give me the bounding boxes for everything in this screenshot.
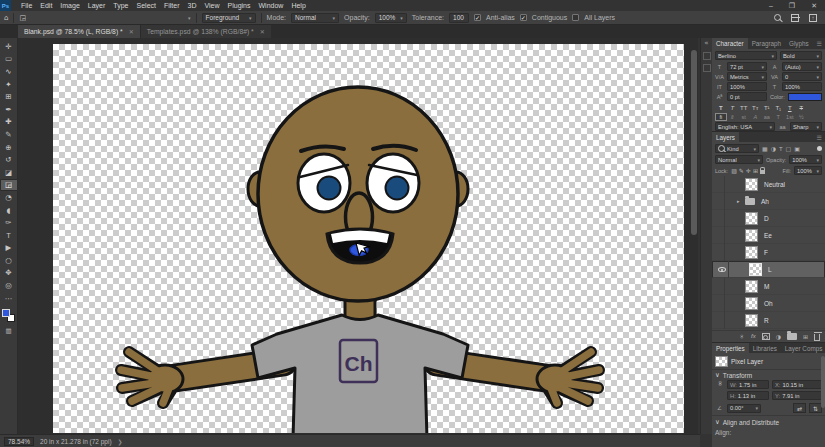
layer-effects-icon[interactable]: fx	[751, 333, 756, 339]
collapse-panels-icon[interactable]: «	[701, 38, 712, 48]
minimize-button[interactable]: –	[769, 2, 773, 10]
tracking-select[interactable]: 0 ▾	[782, 72, 822, 81]
link-dimensions-icon[interactable]: ∞	[716, 380, 724, 389]
kerning-select[interactable]: Metrics ▾	[727, 72, 767, 81]
ordinals-button[interactable]: 1st	[784, 113, 796, 121]
visibility-toggle[interactable]	[712, 278, 725, 295]
delete-layer-icon[interactable]	[814, 334, 820, 341]
menu-file[interactable]: File	[21, 2, 32, 9]
x-position-input[interactable]: X: 10.15 in	[772, 380, 822, 389]
search-icon[interactable]	[774, 14, 781, 21]
layer-row-ah[interactable]: ▸ Ah	[712, 193, 825, 210]
menu-layer[interactable]: Layer	[88, 2, 106, 9]
expand-caret-icon[interactable]: ▸	[737, 198, 745, 204]
magic-wand-tool[interactable]: ✦	[0, 78, 18, 91]
tab-character[interactable]: Character	[712, 38, 748, 49]
pen-tool[interactable]: ✑	[0, 216, 18, 229]
lock-artboard-icon[interactable]: ⊞	[753, 167, 758, 174]
paint-bucket-tool[interactable]: ◲	[0, 179, 18, 192]
tab-templates-psd[interactable]: Templates.psd @ 138% (RGB/8#) * ✕	[140, 25, 271, 38]
visibility-toggle[interactable]	[712, 295, 725, 312]
path-selection-tool[interactable]: ▶	[0, 242, 18, 255]
leading-select[interactable]: (Auto) ▾	[782, 62, 822, 71]
font-size-select[interactable]: 72 pt ▾	[727, 62, 767, 71]
tab-libraries[interactable]: Libraries	[749, 343, 781, 353]
menu-image[interactable]: Image	[60, 2, 79, 9]
visibility-toggle[interactable]	[712, 244, 725, 261]
layer-row-neutral[interactable]: Neutral	[712, 176, 825, 193]
layer-row-oh[interactable]: Oh	[712, 295, 825, 312]
panel-menu-icon[interactable]: ☰	[817, 134, 825, 141]
layer-row-m[interactable]: M	[712, 278, 825, 295]
workspace-switcher-icon[interactable]	[791, 14, 799, 22]
all-layers-checkbox[interactable]	[572, 14, 579, 21]
fractions-button[interactable]: ½	[796, 113, 808, 121]
transform-section-header[interactable]: ∨ Transform	[715, 371, 822, 379]
height-input[interactable]: H: 1.13 in	[727, 391, 769, 400]
titling-alternates-button[interactable]: T	[773, 113, 785, 121]
strikethrough-button[interactable]: T	[796, 103, 808, 112]
eraser-tool[interactable]: ◪	[0, 166, 18, 179]
new-group-icon[interactable]	[787, 333, 797, 340]
canvas-vertical-scrollbar[interactable]	[691, 50, 697, 235]
menu-view[interactable]: View	[205, 2, 220, 9]
layer-thumbnail[interactable]	[749, 263, 762, 276]
layer-thumbnail[interactable]	[745, 178, 758, 191]
swash-button[interactable]: A	[750, 113, 762, 121]
faux-bold-button[interactable]: T	[715, 103, 727, 112]
filter-shape-layers-icon[interactable]: ▢	[786, 145, 792, 152]
menu-select[interactable]: Select	[137, 2, 156, 9]
layer-filter-select[interactable]: Kind ▾	[715, 144, 759, 153]
adjustment-layer-icon[interactable]: ◑	[776, 333, 781, 340]
healing-brush-tool[interactable]: ✚	[0, 116, 18, 129]
tolerance-input[interactable]: 100	[449, 13, 469, 23]
layer-row-f[interactable]: F	[712, 244, 825, 261]
layer-thumbnail[interactable]	[745, 246, 758, 259]
discretionary-ligatures-button[interactable]: st	[738, 113, 750, 121]
font-family-select[interactable]: Berlino ▾	[715, 51, 777, 60]
layer-mask-icon[interactable]	[762, 333, 770, 340]
lock-transparency-icon[interactable]: ▨	[731, 167, 737, 174]
width-input[interactable]: W: 1.75 in	[727, 380, 769, 389]
visibility-toggle[interactable]	[712, 176, 725, 193]
fill-source-select[interactable]: Foreground ▾	[202, 13, 256, 23]
hand-tool[interactable]: ✥	[0, 267, 18, 280]
filter-adjustment-layers-icon[interactable]: ◑	[771, 145, 776, 152]
underline-button[interactable]: T	[784, 103, 796, 112]
flip-horizontal-button[interactable]: ⇄	[793, 403, 806, 413]
history-brush-tool[interactable]: ↺	[0, 153, 18, 166]
marquee-tool[interactable]: ▭	[0, 53, 18, 66]
home-icon[interactable]: ⌂	[4, 14, 8, 22]
restore-button[interactable]: ❐	[789, 2, 795, 10]
shape-tool[interactable]: ○	[0, 254, 18, 267]
collapsed-panel-icon[interactable]	[703, 64, 711, 72]
visibility-toggle[interactable]	[716, 261, 729, 278]
tab-properties[interactable]: Properties	[712, 343, 749, 353]
visibility-toggle[interactable]	[712, 312, 725, 329]
collapsed-panel-icon[interactable]	[703, 52, 711, 60]
layer-row-l-selected[interactable]: L	[712, 261, 825, 278]
tab-blank-psd[interactable]: Blank.psd @ 78.5% (L, RGB/8) * ✕	[18, 25, 140, 38]
filter-pixel-layers-icon[interactable]: ▦	[762, 145, 768, 152]
share-icon[interactable]: ↑	[809, 14, 817, 22]
lasso-tool[interactable]: ∿	[0, 65, 18, 78]
layer-thumbnail[interactable]	[745, 212, 758, 225]
menu-plugins[interactable]: Plugins	[228, 2, 251, 9]
zoom-level-input[interactable]: 78.54%	[4, 437, 34, 446]
y-position-input[interactable]: Y: 7.91 in	[772, 391, 822, 400]
standard-ligatures-button[interactable]: fi	[715, 113, 727, 121]
blur-tool[interactable]: ◔	[0, 191, 18, 204]
lock-all-icon[interactable]	[760, 170, 765, 174]
blend-mode-select[interactable]: Normal ▾	[715, 155, 763, 164]
align-section-header[interactable]: ∨ Align and Distribute	[715, 418, 822, 426]
menu-3d[interactable]: 3D	[188, 2, 197, 9]
layer-row-r[interactable]: R	[712, 312, 825, 329]
all-caps-button[interactable]: TT	[738, 103, 750, 112]
layer-thumbnail[interactable]	[745, 229, 758, 242]
layer-row-ee[interactable]: Ee	[712, 227, 825, 244]
brush-tool[interactable]: ✎	[0, 128, 18, 141]
horizontal-scale-input[interactable]: 100%	[782, 82, 822, 91]
mode-select[interactable]: Normal ▾	[291, 13, 339, 23]
status-options-arrow[interactable]: ❯	[118, 438, 123, 445]
visibility-toggle[interactable]	[712, 210, 725, 227]
